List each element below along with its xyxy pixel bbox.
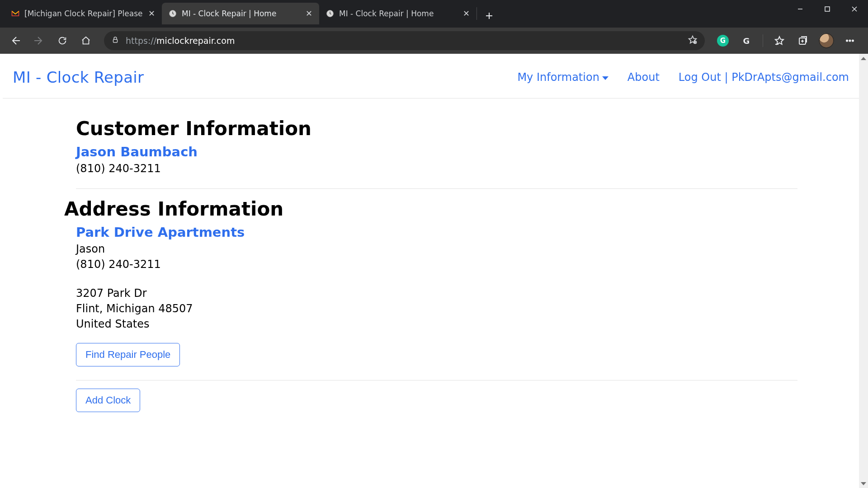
close-icon[interactable]: [305, 9, 313, 18]
close-icon[interactable]: [462, 9, 470, 18]
favorite-icon[interactable]: [688, 35, 698, 47]
chevron-down-icon: [602, 76, 609, 80]
customer-heading: Customer Information: [76, 117, 797, 140]
scroll-up-icon[interactable]: [859, 54, 868, 63]
window-controls: [787, 0, 868, 18]
separator: [763, 34, 763, 47]
browser-toolbar: https://miclockrepair.com G G: [0, 28, 868, 54]
tab-separator: [476, 7, 477, 20]
address-place-link[interactable]: Park Drive Apartments: [76, 225, 797, 240]
tab-title: MI - Clock Repair | Home: [339, 9, 458, 18]
scrollbar-vertical[interactable]: [859, 54, 868, 488]
address-city-state-zip: Flint, Michigan 48507: [76, 302, 797, 315]
customer-name-link[interactable]: Jason Baumbach: [76, 144, 797, 160]
nav-logout[interactable]: Log Out | PkDrApts@gmail.com: [679, 71, 849, 84]
tab-title: [Michigan Clock Repair] Please C: [24, 9, 143, 18]
address-heading: Address Information: [64, 198, 797, 220]
profile-avatar[interactable]: [816, 30, 837, 52]
separator: [76, 188, 797, 189]
clock-icon: [168, 9, 177, 18]
address-phone: (810) 240-3211: [76, 258, 797, 271]
gmail-icon: [11, 9, 20, 18]
close-window-button[interactable]: [841, 0, 868, 18]
extension-grammarly-icon[interactable]: G: [712, 30, 734, 52]
lock-icon: [111, 36, 119, 46]
tab-title: MI - Clock Repair | Home: [182, 9, 300, 18]
site-header: MI - Clock Repair My Information About L…: [3, 54, 859, 99]
nav-my-information[interactable]: My Information: [517, 71, 608, 84]
svg-rect-2: [825, 7, 830, 11]
forward-button[interactable]: [28, 30, 50, 52]
favorites-button[interactable]: [769, 30, 790, 52]
add-clock-button[interactable]: Add Clock: [76, 389, 140, 412]
clock-icon: [326, 9, 335, 18]
address-street: 3207 Park Dr: [76, 287, 797, 300]
collections-button[interactable]: [792, 30, 814, 52]
svg-point-8: [852, 40, 854, 41]
toolbar-right-icons: G G: [712, 30, 863, 52]
more-menu-button[interactable]: [839, 30, 861, 52]
browser-tab-gmail[interactable]: [Michigan Clock Repair] Please C: [5, 3, 162, 24]
customer-phone: (810) 240-3211: [76, 162, 797, 175]
close-icon[interactable]: [147, 9, 156, 18]
refresh-button[interactable]: [52, 30, 73, 52]
address-bar[interactable]: https://miclockrepair.com: [104, 31, 705, 50]
svg-point-6: [846, 40, 848, 41]
extension-g-icon[interactable]: G: [736, 30, 757, 52]
address-country: United States: [76, 318, 797, 330]
browser-tabs: [Michigan Clock Repair] Please C MI - Cl…: [0, 0, 499, 22]
back-button[interactable]: [5, 30, 26, 52]
address-contact-name: Jason: [76, 243, 797, 255]
new-tab-button[interactable]: [480, 6, 499, 25]
browser-tab-duplicate[interactable]: MI - Clock Repair | Home: [319, 3, 476, 24]
home-button[interactable]: [75, 30, 97, 52]
nav-links: My Information About Log Out | PkDrApts@…: [517, 71, 849, 84]
separator: [76, 380, 797, 380]
page-content: Customer Information Jason Baumbach (810…: [3, 99, 859, 412]
blank-line: [76, 273, 797, 284]
scrollbar-track[interactable]: [859, 63, 868, 479]
maximize-button[interactable]: [814, 0, 841, 18]
url-text: https://miclockrepair.com: [126, 36, 235, 46]
svg-point-7: [849, 40, 850, 41]
brand-link[interactable]: MI - Clock Repair: [13, 68, 144, 86]
browser-tab-active[interactable]: MI - Clock Repair | Home: [162, 3, 319, 24]
find-repair-people-button[interactable]: Find Repair People: [76, 343, 180, 366]
scroll-down-icon[interactable]: [859, 479, 868, 488]
browser-titlebar: [Michigan Clock Repair] Please C MI - Cl…: [0, 0, 868, 28]
page-viewport: MI - Clock Repair My Information About L…: [0, 54, 868, 488]
svg-rect-3: [113, 39, 118, 42]
minimize-button[interactable]: [787, 0, 814, 18]
nav-about[interactable]: About: [627, 71, 660, 84]
